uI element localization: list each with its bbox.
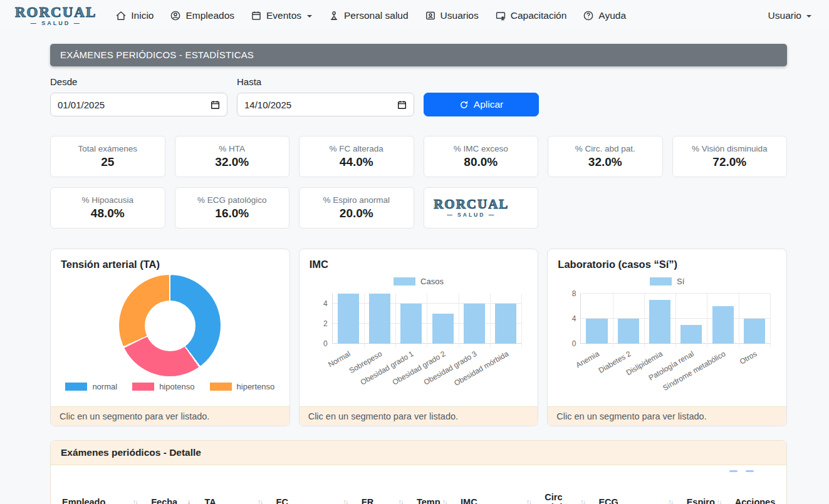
column-header-espiro[interactable]: Espiro↑↓ <box>682 486 730 504</box>
stat-label: % Hipoacusia <box>81 195 133 205</box>
column-header-circ-abd[interactable]: Circ Abd↑↓ <box>540 486 593 504</box>
stat-card-logo: RORCUAL — SALUD — <box>424 187 539 229</box>
nav-items: Inicio Empleados Eventos Personal salud … <box>115 10 626 21</box>
bar-obesidad-grado-3[interactable] <box>464 304 485 344</box>
legend-swatch <box>132 383 154 391</box>
help-icon <box>583 10 594 21</box>
y-axis-tick: 2 <box>311 319 328 328</box>
calendar-icon[interactable] <box>211 100 220 110</box>
column-label: ECG <box>598 497 618 504</box>
column-label: Temp <box>417 497 441 504</box>
doughnut-chart[interactable] <box>119 275 221 376</box>
legend-item-si[interactable]: Sí <box>650 277 684 286</box>
bar-sobrepeso[interactable] <box>369 294 390 344</box>
x-axis-label: Obesidad mórbida <box>452 349 510 388</box>
bar-sindrome-metabolico[interactable] <box>712 306 734 344</box>
chart-card-laboratorio-casos-si: Laboratorio (casos “Sí”) Sí 048 <box>547 249 787 426</box>
sort-both-icon: ↑↓ <box>398 498 407 504</box>
stat-label: % FC alterada <box>330 144 383 153</box>
legend-item-hipotenso[interactable]: hipotenso <box>132 382 194 391</box>
nav-item-ayuda[interactable]: Ayuda <box>583 10 626 21</box>
nav-item-inicio[interactable]: Inicio <box>115 10 154 21</box>
column-header-acciones[interactable]: Acciones <box>730 486 780 504</box>
date-from-input[interactable]: 01/01/2025 <box>50 93 227 116</box>
x-axis-label: Otros <box>738 349 758 366</box>
stat-card-total-examenes: Total exámenes 25 <box>50 136 165 177</box>
chart-title: Laboratorio (casos “Sí”) <box>558 259 776 270</box>
column-header-empleado[interactable]: Empleado↑↓ <box>57 486 146 504</box>
stat-label: % Visión disminuida <box>692 144 768 153</box>
stat-label: % Circ. abd pat. <box>575 144 635 153</box>
bar-obesidad-grado-2[interactable] <box>432 314 454 344</box>
id-card-icon <box>425 10 436 21</box>
legend-item-normal[interactable]: normal <box>65 382 117 391</box>
bar-obesidad-grado-1[interactable] <box>400 304 422 344</box>
sort-both-icon: ↑↓ <box>668 498 677 504</box>
legend-swatch <box>394 277 415 285</box>
chevron-down-icon <box>307 15 312 18</box>
brand-line2: — SALUD — <box>15 21 96 26</box>
apply-button[interactable]: Aplicar <box>424 93 539 116</box>
sort-both-icon: ↑↓ <box>526 498 535 504</box>
legend-swatch <box>210 383 232 391</box>
training-icon <box>495 10 506 21</box>
nav-item-empleados[interactable]: Empleados <box>170 10 234 21</box>
sort-both-icon: ↑↓ <box>133 498 142 504</box>
stats-grid: Total exámenes 25 % HTA 32.0% % FC alter… <box>50 136 787 229</box>
sort-desc-icon: ↓ <box>187 498 195 504</box>
refresh-icon <box>459 100 469 110</box>
column-header-imc[interactable]: IMC↑↓ <box>456 486 540 504</box>
brand-line1: RORCUAL <box>15 5 96 19</box>
chart-footer-note: Clic en un segmento para ver listado. <box>51 406 289 426</box>
bar-normal[interactable] <box>338 294 359 344</box>
legend-item-hipertenso[interactable]: hipertenso <box>210 382 275 391</box>
user-menu[interactable]: Usuario <box>768 10 811 21</box>
nav-item-eventos[interactable]: Eventos <box>251 10 312 21</box>
bar-anemia[interactable] <box>586 319 607 344</box>
x-axis-label: Obesidad grado 3 <box>422 349 479 387</box>
stat-card-hipoacusia: % Hipoacusia 48.0% <box>50 187 165 229</box>
detail-panel-title: Exámenes periódicos - Detalle <box>51 441 786 465</box>
stat-card-circ-abd-pat: % Circ. abd pat. 32.0% <box>548 136 663 177</box>
sort-both-icon: ↑↓ <box>442 498 451 504</box>
nav-item-label: Ayuda <box>598 10 626 21</box>
stat-value: 48.0% <box>91 207 125 220</box>
column-header-ecg[interactable]: ECG↑↓ <box>593 486 681 504</box>
main-content: EXÁMENES PERIÓDICOS - ESTADÍSTICAS Desde… <box>50 44 787 504</box>
chart-footer-note: Clic en un segmento para ver listado. <box>300 406 538 426</box>
brand-logo[interactable]: RORCUAL — SALUD — <box>15 5 96 26</box>
legend-item-casos[interactable]: Casos <box>394 277 444 286</box>
column-header-ta[interactable]: TA↑↓ <box>199 486 271 504</box>
date-to-input[interactable]: 14/10/2025 <box>237 93 414 116</box>
filter-bar: Desde 01/01/2025 Hasta 14/10/2025 Aplica… <box>50 76 787 116</box>
calendar-icon[interactable] <box>397 100 407 110</box>
bar-otros[interactable] <box>744 319 765 344</box>
bar-patologia-renal[interactable] <box>680 325 702 344</box>
date-from-label: Desde <box>50 76 227 87</box>
page-title: EXÁMENES PERIÓDICOS - ESTADÍSTICAS <box>50 44 787 66</box>
column-header-fecha[interactable]: Fecha↓ <box>146 486 199 504</box>
bar-chart: 048 <box>580 294 770 344</box>
navbar: RORCUAL — SALUD — Inicio Empleados Event… <box>0 0 829 30</box>
column-header-temp[interactable]: Temp↑↓ <box>412 486 456 504</box>
nav-item-usuarios[interactable]: Usuarios <box>425 10 479 21</box>
chart-card-tension-arterial-ta: Tensión arterial (TA) normal hipotenso h… <box>50 249 290 426</box>
charts-grid: Tensión arterial (TA) normal hipotenso h… <box>50 249 787 426</box>
nav-item-label: Capacitación <box>511 10 567 21</box>
column-label: Acciones <box>735 497 775 504</box>
detail-panel: Exámenes periódicos - Detalle Empleado↑↓… <box>50 440 787 504</box>
column-header-fr[interactable]: FR↑↓ <box>357 486 412 504</box>
column-label: FR <box>362 497 373 504</box>
nav-item-personal-salud[interactable]: Personal salud <box>328 10 409 21</box>
calendar-icon <box>251 10 262 21</box>
bar-dislipidemia[interactable] <box>649 300 670 344</box>
column-label: IMC <box>461 497 477 504</box>
date-to-value: 14/10/2025 <box>244 100 291 110</box>
column-header-fc[interactable]: FC↑↓ <box>271 486 357 504</box>
stat-value: 25 <box>101 155 114 169</box>
nav-item-capacitacion[interactable]: Capacitación <box>495 10 567 21</box>
bar-diabetes-2[interactable] <box>618 319 639 344</box>
apply-button-label: Aplicar <box>474 99 503 110</box>
bar-obesidad-morbida[interactable] <box>495 304 516 344</box>
chart-title: Tensión arterial (TA) <box>61 259 279 270</box>
